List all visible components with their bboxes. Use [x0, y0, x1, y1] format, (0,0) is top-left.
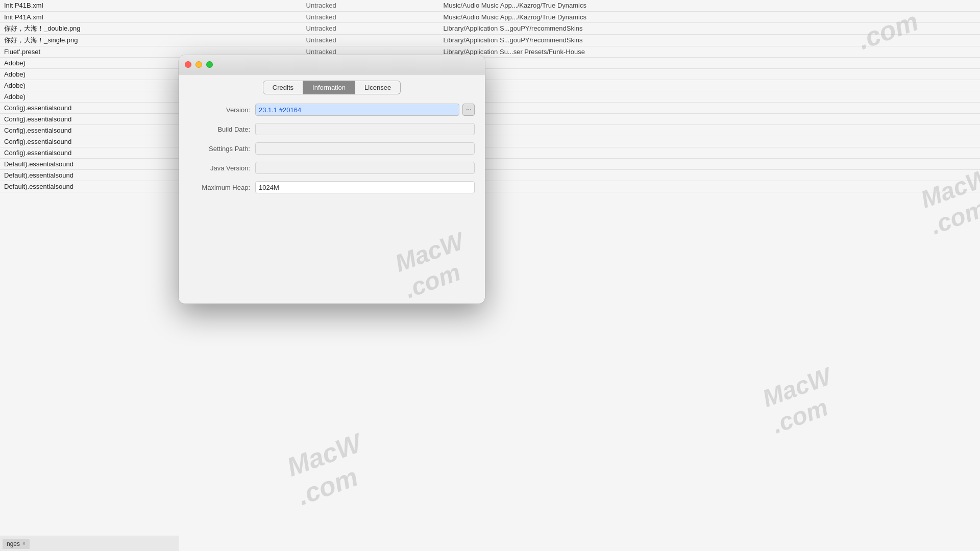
table-row: Adobe) Untracked Document...	[0, 57, 980, 68]
maximize-button[interactable]	[206, 61, 213, 68]
minimize-button[interactable]	[195, 61, 202, 68]
table-row: Init P41B.xml Untracked Music/Audio Musi…	[0, 0, 980, 11]
java-version-row: Java Version:	[189, 161, 475, 175]
changes-tab[interactable]: nges ×	[3, 539, 30, 549]
build-date-value-wrap	[255, 123, 475, 135]
file-path: Document...	[439, 169, 980, 181]
dialog-lower: MacW.com	[179, 212, 485, 304]
file-status: Untracked	[302, 11, 439, 22]
file-name: 你好，大海！_single.png	[0, 34, 302, 46]
build-date-label: Build Date:	[189, 126, 255, 133]
table-row: Config).essentialsound Untracked Documen…	[0, 102, 980, 113]
tab-licensee[interactable]: Licensee	[355, 81, 401, 94]
file-name: Init P41A.xml	[0, 11, 302, 22]
table-row: 你好，大海！_single.png Untracked Library/Appl…	[0, 34, 980, 46]
file-path: Document...	[439, 136, 980, 147]
version-value[interactable]: 23.1.1 #20164	[255, 104, 459, 116]
file-path: Document...	[439, 91, 980, 102]
file-path: Library/Application Su...ser Presets/Fun…	[439, 46, 980, 57]
table-row: Config).essentialsound Untracked Documen…	[0, 147, 980, 158]
file-path: Document...	[439, 158, 980, 169]
file-path: Document...	[439, 102, 980, 113]
watermark-3: MacW.com	[759, 362, 845, 439]
version-label: Version:	[189, 106, 255, 114]
file-path: Document...	[439, 113, 980, 124]
file-status: Untracked	[302, 0, 439, 11]
close-button[interactable]	[185, 61, 191, 68]
table-row: Init P41A.xml Untracked Music/Audio Musi…	[0, 11, 980, 22]
file-status: Untracked	[302, 34, 439, 46]
file-path: Document...	[439, 68, 980, 80]
table-row: Default).essentialsound Untracked Docume…	[0, 158, 980, 169]
file-path: Library/Application S...gouPY/recommendS…	[439, 34, 980, 46]
max-heap-value-wrap: 1024M	[255, 181, 475, 193]
java-version-value	[255, 162, 475, 174]
bottom-tab-bar: nges ×	[0, 536, 179, 551]
version-row: Version: 23.1.1 #20164 ⋯	[189, 103, 475, 117]
copy-version-btn[interactable]: ⋯	[462, 104, 475, 116]
build-date-row: Build Date:	[189, 122, 475, 136]
file-status: Untracked	[302, 22, 439, 34]
file-path: Music/Audio Music App.../Kazrog/True Dyn…	[439, 0, 980, 11]
file-path: Library/Application S...gouPY/recommendS…	[439, 22, 980, 34]
tab-label-text: nges	[7, 540, 20, 547]
table-row: Default).essentialsound Untracked Docume…	[0, 169, 980, 181]
settings-path-value-wrap	[255, 142, 475, 155]
dialog-titlebar	[179, 55, 485, 74]
table-row: Config).essentialsound Untracked Documen…	[0, 136, 980, 147]
settings-path-label: Settings Path:	[189, 145, 255, 153]
file-path: Document...	[439, 124, 980, 136]
file-path: Document...	[439, 181, 980, 192]
table-row: Fluet'.preset Untracked Library/Applicat…	[0, 46, 980, 57]
background-panel: Init P41B.xml Untracked Music/Audio Musi…	[0, 0, 980, 551]
java-version-label: Java Version:	[189, 164, 255, 172]
dialog-tabs: Credits Information Licensee	[179, 74, 485, 94]
file-name: Init P41B.xml	[0, 0, 302, 11]
max-heap-row: Maximum Heap: 1024M	[189, 180, 475, 194]
build-date-value	[255, 123, 475, 135]
file-path: Document...	[439, 57, 980, 68]
file-name: 你好，大海！_double.png	[0, 22, 302, 34]
table-row: Config).essentialsound Untracked Documen…	[0, 124, 980, 136]
about-dialog: Credits Information Licensee Version: 23…	[179, 55, 485, 304]
dialog-watermark: MacW.com	[391, 227, 477, 304]
table-row: Default).essentialsound Untracked Docume…	[0, 181, 980, 192]
max-heap-label: Maximum Heap:	[189, 184, 255, 191]
version-value-wrap: 23.1.1 #20164 ⋯	[255, 104, 475, 116]
table-row: Adobe) Untracked Document...	[0, 80, 980, 91]
file-path: Music/Audio Music App.../Kazrog/True Dyn…	[439, 11, 980, 22]
tab-information[interactable]: Information	[303, 81, 355, 94]
file-table: Init P41B.xml Untracked Music/Audio Musi…	[0, 0, 980, 192]
tab-credits[interactable]: Credits	[263, 81, 303, 94]
tab-close-btn[interactable]: ×	[22, 541, 26, 546]
java-version-value-wrap	[255, 162, 475, 174]
file-path: Document...	[439, 147, 980, 158]
file-path: Document...	[439, 80, 980, 91]
settings-path-row: Settings Path:	[189, 141, 475, 156]
watermark-4: MacW.com	[283, 428, 376, 511]
table-row: Config).essentialsound Untracked Documen…	[0, 113, 980, 124]
table-row: Adobe) Untracked Document...	[0, 68, 980, 80]
dialog-content: Version: 23.1.1 #20164 ⋯ Build Date: Set…	[179, 94, 485, 212]
settings-path-value	[255, 142, 475, 155]
table-row: 你好，大海！_double.png Untracked Library/Appl…	[0, 22, 980, 34]
max-heap-value: 1024M	[255, 181, 475, 193]
table-row: Adobe) Untracked Document...	[0, 91, 980, 102]
